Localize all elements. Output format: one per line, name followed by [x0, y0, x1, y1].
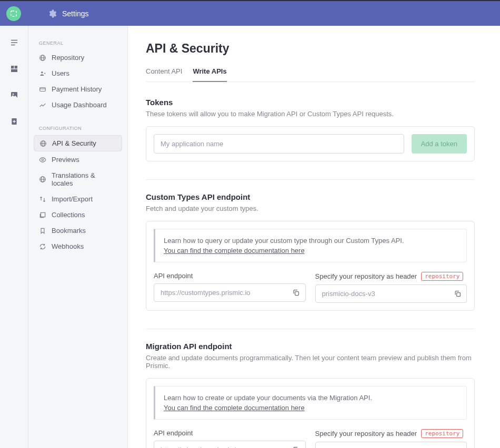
rail-item-media[interactable]: [8, 89, 21, 101]
info-text: Learn how to create or update your docum…: [164, 394, 458, 402]
sidebar-item-previews[interactable]: Previews: [34, 152, 122, 167]
card-icon: [39, 86, 46, 93]
sidebar-group-config: CONFIGURATION: [34, 123, 122, 135]
app-logo[interactable]: [6, 6, 21, 21]
svg-rect-13: [40, 87, 46, 91]
custom-types-api-endpoint[interactable]: [154, 283, 306, 302]
sidebar-item-collections[interactable]: Collections: [34, 207, 122, 222]
migration-desc: Create and update documents programmatic…: [146, 354, 475, 370]
chart-icon: [39, 101, 46, 109]
svg-rect-26: [456, 293, 460, 297]
sidebar-item-label: Repository: [52, 54, 84, 62]
sidebar-item-usage[interactable]: Usage Dashboard: [34, 97, 122, 113]
sidebar-item-label: Webhooks: [52, 242, 84, 250]
sidebar-item-bookmarks[interactable]: Bookmarks: [34, 223, 122, 238]
swap-icon: [39, 196, 46, 203]
refresh-icon: [39, 243, 46, 250]
sidebar-item-label: Import/Export: [52, 195, 93, 203]
page-title: API & Security: [146, 42, 475, 56]
sidebar-item-payment[interactable]: Payment History: [34, 82, 122, 97]
copy-icon: [292, 289, 300, 297]
sidebar-item-users[interactable]: Users: [34, 66, 122, 81]
copy-button[interactable]: [451, 288, 464, 300]
sidebar-item-repository[interactable]: Repository: [34, 50, 122, 65]
svg-rect-25: [295, 292, 299, 296]
custom-types-title: Custom Types API endpoint: [146, 192, 475, 201]
svg-point-18: [42, 159, 44, 161]
custom-types-repo-value[interactable]: [315, 284, 467, 303]
migration-panel: Learn how to create or update your docum…: [146, 378, 475, 448]
bookmark-icon: [39, 227, 46, 235]
repository-badge: repository: [421, 429, 463, 438]
migration-repo-value[interactable]: [315, 442, 467, 448]
main-content: API & Security Content API Write APIs To…: [128, 26, 500, 448]
copy-icon: [292, 446, 300, 448]
svg-rect-6: [11, 69, 17, 72]
svg-point-12: [41, 71, 43, 73]
tab-content-api[interactable]: Content API: [146, 67, 182, 82]
copy-icon: [454, 290, 462, 298]
copy-button[interactable]: [290, 444, 303, 449]
migration-info: Learn how to create or update your docum…: [154, 386, 467, 420]
gear-icon: [47, 9, 57, 18]
custom-types-info: Learn how to query or update your custom…: [154, 229, 467, 262]
rail-item-dashboard[interactable]: [8, 63, 21, 75]
divider: [146, 329, 475, 329]
svg-rect-4: [11, 66, 14, 68]
divider: [146, 179, 475, 180]
custom-types-doc-link[interactable]: You can find the complete documentation …: [164, 247, 305, 254]
add-token-button[interactable]: Add a token: [412, 134, 467, 154]
globe-icon: [39, 54, 46, 62]
migration-title: Migration API endpoint: [146, 342, 475, 351]
sidebar-item-label: Translations & locales: [52, 171, 117, 187]
copy-button[interactable]: [451, 445, 464, 449]
repo-header-label: Specify your repository as header: [315, 272, 417, 280]
api-endpoint-label: API endpoint: [154, 272, 306, 280]
api-endpoint-label: API endpoint: [154, 429, 306, 437]
sidebar-item-api-security[interactable]: API & Security: [34, 135, 122, 151]
repository-badge: repository: [421, 272, 463, 281]
migration-api-endpoint[interactable]: [154, 441, 306, 448]
rail-item-builder[interactable]: [8, 115, 21, 128]
sidebar-item-import-export[interactable]: Import/Export: [34, 191, 122, 207]
sidebar-item-label: Users: [52, 69, 69, 77]
tokens-desc: These tokens will allow you to make Migr…: [146, 110, 475, 118]
tab-write-apis[interactable]: Write APIs: [193, 67, 226, 82]
sidebar-item-translations[interactable]: Translations & locales: [34, 168, 122, 191]
settings-sidebar: GENERAL Repository Users Payment History…: [28, 26, 128, 448]
shield-icon: [39, 140, 47, 147]
migration-doc-link[interactable]: You can find the complete documentation …: [164, 404, 305, 412]
page-header-title: Settings: [62, 9, 89, 18]
custom-types-panel: Learn how to query or update your custom…: [146, 221, 475, 311]
copy-button[interactable]: [290, 287, 303, 299]
sidebar-item-webhooks[interactable]: Webhooks: [34, 239, 122, 254]
users-icon: [39, 70, 46, 77]
svg-rect-0: [11, 11, 17, 16]
nav-rail: [0, 26, 28, 448]
sidebar-item-label: Previews: [52, 156, 79, 164]
topbar: Settings: [0, 0, 500, 26]
info-text: Learn how to query or update your custom…: [164, 237, 458, 245]
sidebar-group-general: GENERAL: [34, 37, 122, 50]
svg-rect-22: [41, 212, 45, 217]
token-name-input[interactable]: [154, 134, 404, 154]
rail-item-documents[interactable]: [8, 36, 21, 49]
sidebar-item-label: Bookmarks: [52, 227, 86, 235]
globe-icon: [39, 176, 46, 183]
eye-icon: [39, 156, 46, 164]
tabs: Content API Write APIs: [146, 67, 475, 82]
custom-types-desc: Fetch and update your custom types.: [146, 205, 475, 212]
sidebar-item-label: API & Security: [52, 139, 96, 147]
tokens-panel: Add a token: [146, 126, 475, 161]
sidebar-item-label: Payment History: [52, 85, 102, 93]
svg-rect-5: [14, 66, 17, 68]
tokens-title: Tokens: [146, 98, 475, 107]
repo-header-label: Specify your repository as header: [315, 430, 417, 437]
layers-icon: [39, 211, 46, 219]
svg-point-8: [12, 94, 14, 95]
sidebar-item-label: Usage Dashboard: [52, 101, 107, 109]
sidebar-item-label: Collections: [52, 211, 85, 219]
